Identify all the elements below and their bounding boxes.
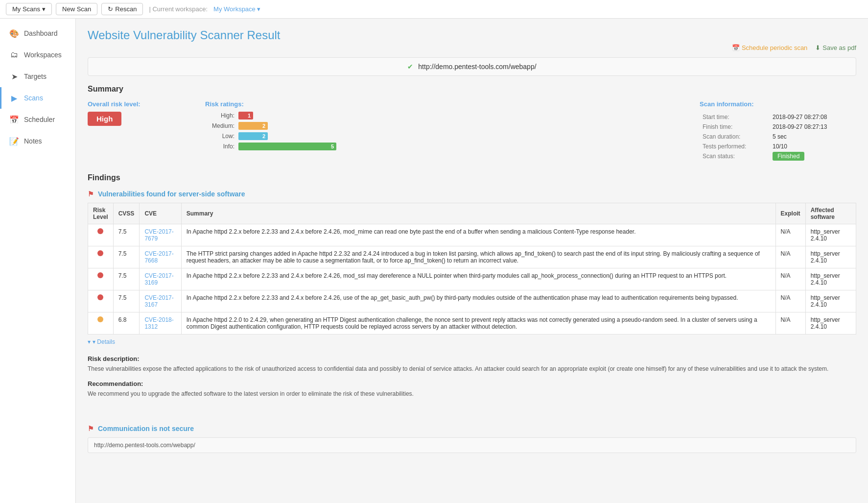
new-scan-button[interactable]: New Scan [56, 3, 97, 15]
software-cell: http_server 2.4.10 [805, 312, 856, 335]
recommendation-text: We recommend you to upgrade the affected… [88, 389, 856, 398]
rescan-button[interactable]: ↻ Rescan [101, 3, 143, 15]
sidebar: 🎨 Dashboard 🗂 Workspaces ➤ Targets ▶ Sca… [0, 19, 76, 503]
rating-row-high: High: 1 [205, 112, 690, 120]
software-cell: http_server 2.4.10 [805, 290, 856, 312]
workspaces-icon: 🗂 [9, 50, 19, 60]
rating-bar-low: 2 [238, 132, 268, 140]
risk-level-label: Overall risk level: [88, 100, 195, 108]
workspace-separator: | Current workspace: [149, 5, 208, 13]
col-affected-software: Affectedsoftware [805, 203, 856, 224]
scan-status-value: Finished [771, 152, 855, 161]
finding-group-server-side: ⚑ Vulnerabilities found for server-side … [88, 190, 856, 411]
scan-info-row-duration: Scan duration: 5 sec [701, 132, 855, 141]
notes-icon: 📝 [9, 136, 19, 146]
summary-cell: In Apache httpd 2.2.x before 2.2.33 and … [181, 268, 775, 290]
download-icon: ⬇ [815, 44, 821, 51]
cve-link[interactable]: CVE-2017-3169 [144, 272, 173, 286]
details-toggle[interactable]: ▾ ▾ Details [88, 338, 115, 345]
calendar-icon: 📅 [732, 44, 740, 51]
col-cve: CVE [140, 203, 181, 224]
summary-cell: In Apache httpd 2.2.x before 2.2.33 and … [181, 290, 775, 312]
details-toggle-label: ▾ Details [93, 338, 115, 345]
sidebar-item-workspaces[interactable]: 🗂 Workspaces [0, 44, 75, 66]
details-content: Risk description: These vulnerabilities … [88, 349, 856, 411]
my-scans-button[interactable]: My Scans ▾ [6, 3, 52, 15]
rating-bar-high: 1 [238, 112, 253, 120]
finding-group-comm: ⚑ Communication is not secure http://dem… [88, 425, 856, 453]
status-finished-badge: Finished [773, 152, 804, 161]
workspace-link[interactable]: My Workspace ▾ [213, 5, 260, 13]
cvss-cell: 6.8 [113, 312, 140, 335]
risk-dot-high [97, 250, 103, 256]
cvss-cell: 7.5 [113, 224, 140, 246]
finish-time-value: 2018-09-27 08:27:13 [771, 122, 855, 131]
save-pdf-label: Save as pdf [822, 44, 856, 51]
dropdown-icon: ▾ [42, 5, 46, 13]
exploit-cell: N/A [775, 268, 805, 290]
targets-icon: ➤ [9, 72, 19, 81]
sidebar-label-scheduler: Scheduler [24, 116, 55, 123]
risk-dot-high [97, 228, 103, 234]
cvss-cell: 7.5 [113, 290, 140, 312]
scan-info-table: Start time: 2018-09-27 08:27:08 Finish t… [700, 112, 856, 162]
schedule-scan-link[interactable]: 📅 Schedule periodic scan [732, 44, 807, 51]
cve-link[interactable]: CVE-2017-7679 [144, 228, 173, 242]
scan-info-row-status: Scan status: Finished [701, 152, 855, 161]
risk-dot-medium [97, 316, 103, 322]
start-time-label: Start time: [701, 113, 770, 121]
chevron-down-icon: ▾ [88, 338, 91, 345]
start-time-value: 2018-09-27 08:27:08 [771, 113, 855, 121]
risk-dot-high [97, 294, 103, 300]
exploit-cell: N/A [775, 290, 805, 312]
topbar: My Scans ▾ New Scan ↻ Rescan | Current w… [0, 0, 868, 19]
sidebar-label-targets: Targets [24, 72, 47, 80]
sidebar-item-notes[interactable]: 📝 Notes [0, 130, 75, 152]
table-row: 7.5 CVE-2017-7679 In Apache httpd 2.2.x … [88, 224, 856, 246]
save-pdf-link[interactable]: ⬇ Save as pdf [815, 44, 856, 51]
col-risk-level: RiskLevel [88, 203, 114, 224]
comm-group-title: Communication is not secure [98, 425, 194, 432]
ratings-box: Risk ratings: High: 1 Medium: 2 Low: 2 [195, 100, 700, 162]
risk-dot-high [97, 272, 103, 278]
sidebar-item-scans[interactable]: ▶ Scans [0, 87, 75, 109]
rating-row-info: Info: 5 [205, 143, 690, 150]
action-links: 📅 Schedule periodic scan ⬇ Save as pdf [88, 44, 856, 51]
sidebar-item-dashboard[interactable]: 🎨 Dashboard [0, 23, 75, 44]
risk-dot-cell [88, 246, 114, 268]
risk-dot-cell [88, 290, 114, 312]
sidebar-label-scans: Scans [24, 94, 43, 102]
cvss-cell: 7.5 [113, 268, 140, 290]
scan-info-row-start: Start time: 2018-09-27 08:27:08 [701, 113, 855, 121]
workspace-name: My Workspace [213, 5, 256, 13]
cve-link[interactable]: CVE-2017-7668 [144, 250, 173, 264]
sidebar-item-targets[interactable]: ➤ Targets [0, 66, 75, 87]
cve-link[interactable]: CVE-2018-1312 [144, 316, 173, 330]
cve-cell: CVE-2017-3167 [140, 290, 181, 312]
summary-cell: In Apache httpd 2.2.x before 2.2.33 and … [181, 224, 775, 246]
scans-icon: ▶ [9, 93, 19, 103]
sidebar-item-scheduler[interactable]: 📅 Scheduler [0, 109, 75, 130]
cve-link[interactable]: CVE-2017-3167 [144, 294, 173, 308]
sidebar-label-dashboard: Dashboard [24, 29, 58, 37]
col-cvss: CVSS [113, 203, 140, 224]
refresh-icon: ↻ [108, 5, 113, 13]
findings-title: Findings [88, 173, 856, 182]
dashboard-icon: 🎨 [9, 28, 19, 38]
summary-title: Summary [88, 85, 856, 94]
risk-dot-cell [88, 268, 114, 290]
cve-cell: CVE-2017-7668 [140, 246, 181, 268]
scan-info-box: Scan information: Start time: 2018-09-27… [700, 100, 856, 162]
flag-icon-comm: ⚑ [88, 425, 94, 432]
scan-info-row-finish: Finish time: 2018-09-27 08:27:13 [701, 122, 855, 131]
main-layout: 🎨 Dashboard 🗂 Workspaces ➤ Targets ▶ Sca… [0, 19, 868, 503]
finding-group-title-comm: ⚑ Communication is not secure [88, 425, 856, 432]
findings-table-body: 7.5 CVE-2017-7679 In Apache httpd 2.2.x … [88, 224, 856, 335]
tests-performed-value: 10/10 [771, 142, 855, 151]
sidebar-label-notes: Notes [24, 137, 42, 145]
table-row: 6.8 CVE-2018-1312 In Apache httpd 2.2.0 … [88, 312, 856, 335]
rating-bar-medium: 2 [238, 122, 268, 130]
scan-duration-value: 5 sec [771, 132, 855, 141]
software-cell: http_server 2.4.10 [805, 224, 856, 246]
exploit-cell: N/A [775, 246, 805, 268]
